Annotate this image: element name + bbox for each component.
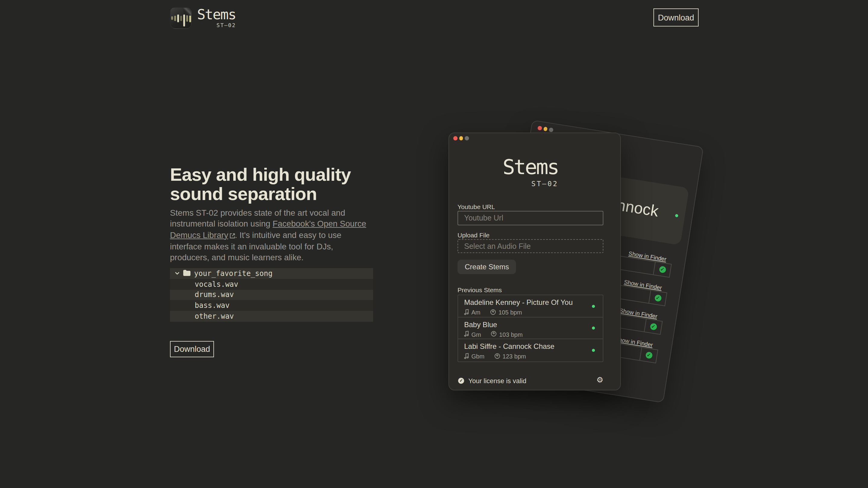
- youtube-url-input[interactable]: [458, 211, 603, 225]
- window-title: Stems: [503, 155, 558, 179]
- stem-title: Labi Siffre - Cannock Chase: [464, 342, 597, 351]
- tree-root-row[interactable]: your_favorite_song: [170, 268, 373, 279]
- stem-status-cell: ✓: [645, 319, 662, 334]
- tree-file-row: drums.wav: [170, 290, 373, 300]
- brand-title: Stems: [197, 7, 236, 22]
- brand-subtitle: ST—02: [197, 22, 236, 28]
- ready-status-dot: [592, 304, 595, 307]
- page: Stems ST—02 Download Easy and high quali…: [0, 0, 868, 488]
- back-window-controls: [537, 126, 553, 132]
- stem-list-item[interactable]: Baby Blue Gm 103 bpm: [458, 317, 603, 339]
- upload-file-input[interactable]: [458, 239, 603, 253]
- stem-key: Am: [471, 309, 480, 316]
- create-stems-button[interactable]: Create Stems: [458, 260, 516, 274]
- upload-file-label: Upload File: [458, 231, 490, 238]
- tree-file-label: other.wav: [195, 312, 234, 321]
- stem-title: Baby Blue: [464, 320, 597, 329]
- stem-list-item[interactable]: Madeline Kenney - Picture Of You Am 105 …: [458, 295, 603, 317]
- stem-key: Gbm: [471, 353, 484, 360]
- tempo-icon: [491, 331, 497, 338]
- status-dot: [675, 214, 678, 217]
- song-title-fragment: nnock: [615, 196, 660, 221]
- header-download-button[interactable]: Download: [653, 8, 699, 27]
- tree-file-label: vocals.wav: [195, 280, 239, 288]
- file-tree: your_favorite_song vocals.wav drums.wav …: [170, 268, 373, 322]
- tree-file-row: other.wav: [170, 311, 373, 322]
- window-subtitle: ST—02: [503, 180, 558, 188]
- tree-file-label: bass.wav: [195, 301, 230, 310]
- page-title: Easy and high quality sound separation: [170, 165, 351, 203]
- license-row: ✓ Your license is valid ⚙: [458, 377, 603, 385]
- stem-title: Madeline Kenney - Picture Of You: [464, 298, 597, 307]
- stem-status-cell: ✓: [649, 291, 667, 306]
- license-check-icon: ✓: [458, 378, 464, 384]
- check-circle-icon: ✓: [654, 294, 661, 302]
- previous-stems-label: Previous Stems: [458, 286, 502, 293]
- heading-line-2: sound separation: [170, 184, 317, 203]
- close-icon[interactable]: [453, 136, 457, 140]
- window-controls: [453, 136, 469, 140]
- music-note-icon: [464, 331, 469, 338]
- check-circle-icon: ✓: [658, 266, 666, 273]
- tree-root-label: your_favorite_song: [194, 269, 273, 278]
- stem-meta: Am 105 bpm: [464, 309, 597, 316]
- hero-download-button[interactable]: Download: [170, 341, 214, 357]
- youtube-url-label: Youtube URL: [458, 203, 495, 210]
- stem-meta: Gm 103 bpm: [464, 331, 597, 338]
- waveform-icon: [171, 12, 191, 24]
- external-link-icon: [229, 230, 235, 241]
- stem-status-cell: ✓: [640, 348, 658, 363]
- window-title-wrap: Stems ST—02: [458, 155, 603, 189]
- gear-icon[interactable]: ⚙: [596, 375, 603, 385]
- minimize-icon[interactable]: [459, 136, 463, 140]
- tempo-icon: [494, 353, 500, 360]
- tree-file-rows: vocals.wav drums.wav bass.wav other.wav: [170, 279, 373, 322]
- stem-bpm: 123 bpm: [502, 353, 526, 360]
- tree-file-row: vocals.wav: [170, 279, 373, 290]
- hero-description: Stems ST-02 provides state of the art vo…: [170, 208, 371, 264]
- folder-icon: [183, 269, 190, 278]
- app-logo-icon: [170, 7, 192, 29]
- heading-line-1: Easy and high quality: [170, 164, 351, 184]
- previous-stems-list: Madeline Kenney - Picture Of You Am 105 …: [458, 295, 603, 362]
- tree-file-label: drums.wav: [195, 291, 234, 299]
- zoom-window-icon[interactable]: [465, 136, 469, 140]
- check-circle-icon: ✓: [645, 352, 652, 359]
- tree-file-row: bass.wav: [170, 300, 373, 311]
- close-icon[interactable]: [537, 126, 542, 130]
- stem-key: Gm: [471, 331, 481, 338]
- music-note-icon: [464, 309, 469, 316]
- stem-meta: Gbm 123 bpm: [464, 353, 597, 360]
- tempo-icon: [490, 309, 496, 316]
- brand: Stems ST—02: [197, 7, 236, 28]
- ready-status-dot: [592, 327, 595, 330]
- stem-status-cell: ✓: [654, 262, 671, 277]
- music-note-icon: [464, 353, 469, 360]
- license-status-text: Your license is valid: [468, 377, 526, 384]
- stem-bpm: 105 bpm: [498, 309, 522, 316]
- app-window: Stems ST—02 Youtube URL Upload File Crea…: [448, 133, 621, 390]
- minimize-icon[interactable]: [543, 127, 548, 131]
- chevron-down-icon: [175, 272, 180, 275]
- stem-list-item[interactable]: Labi Siffre - Cannock Chase Gbm 123 bpm: [458, 339, 603, 361]
- ready-status-dot: [592, 349, 595, 352]
- check-circle-icon: ✓: [650, 323, 657, 330]
- zoom-window-icon[interactable]: [549, 127, 553, 132]
- stem-bpm: 103 bpm: [499, 331, 523, 338]
